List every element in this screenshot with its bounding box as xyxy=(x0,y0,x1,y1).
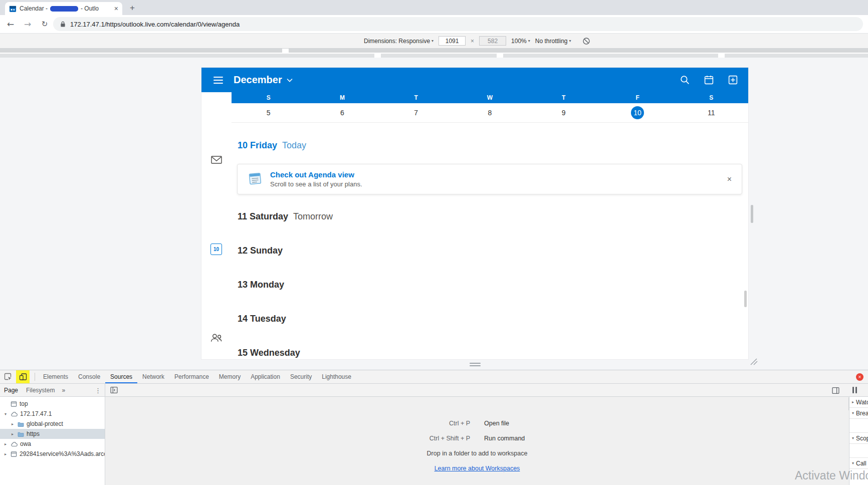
tree-item-folder[interactable]: ▸ global-protect xyxy=(0,419,105,429)
workspace-drop-hint: Drop in a folder to add to workspace xyxy=(106,450,848,457)
chevron-down-icon: ▾ xyxy=(431,39,433,43)
weekday-label: S xyxy=(675,92,748,103)
screen: Calendar - - Outlo × + ← → ↻ 172.17.47.1… xyxy=(0,0,868,485)
sources-editor-placeholder: Ctrl + P Open file Ctrl + Shift + P Run … xyxy=(106,397,848,485)
weekday-label: T xyxy=(527,92,600,103)
calendar-view-icon[interactable] xyxy=(704,75,714,85)
tab-title: Calendar - - Outlo xyxy=(20,5,111,12)
weekday-label: M xyxy=(305,92,379,103)
browser-tab-bar: Calendar - - Outlo × + xyxy=(0,0,868,15)
banner-subtitle: Scroll to see a list of your plans. xyxy=(270,180,362,188)
rotate-disabled-icon[interactable] xyxy=(582,37,590,45)
viewport-resize-handle[interactable] xyxy=(466,361,484,367)
back-button[interactable]: ← xyxy=(5,19,16,30)
divider xyxy=(35,373,35,381)
reload-button[interactable]: ↻ xyxy=(39,19,50,30)
chevron-down-icon: ▾ xyxy=(569,39,571,43)
device-toolbar-toggle-highlighted[interactable] xyxy=(16,370,30,383)
media-query-bar xyxy=(0,54,868,58)
agenda-promo-banner[interactable]: Check out Agenda view Scroll to see a li… xyxy=(237,164,742,194)
devtools-body: top ▾ 172.17.47.1 ▸ global-protect ▸ htt… xyxy=(0,397,868,485)
learn-more-link[interactable]: Learn more about Workspaces xyxy=(435,465,520,472)
tree-item-host[interactable]: ▾ 172.17.47.1 xyxy=(0,409,105,419)
sidebar-section-callstack[interactable]: ▾ Call St xyxy=(849,458,868,469)
devtools-tab-performance[interactable]: Performance xyxy=(169,370,214,383)
sidebar-section-watch[interactable]: ▸ Watch xyxy=(849,397,868,408)
tree-item-folder-selected[interactable]: ▸ https xyxy=(0,429,105,439)
new-event-icon[interactable] xyxy=(728,75,738,85)
date-cell[interactable]: 5 xyxy=(232,103,305,122)
month-label: December xyxy=(234,74,282,86)
agenda-day-heading: 13 Monday xyxy=(238,280,289,290)
toggle-navigator-icon[interactable] xyxy=(110,386,118,394)
date-cell-today[interactable]: 10 xyxy=(600,103,674,122)
devtools-tab-network[interactable]: Network xyxy=(137,370,169,383)
banner-title[interactable]: Check out Agenda view xyxy=(270,170,362,179)
agenda-day-heading: 14 Tuesday xyxy=(238,314,291,324)
banner-close-icon[interactable]: × xyxy=(727,175,732,183)
new-tab-button[interactable]: + xyxy=(127,3,137,13)
shortcut-row: Ctrl + Shift + P Run command xyxy=(106,435,848,442)
browser-tab[interactable]: Calendar - - Outlo × xyxy=(5,2,122,15)
chevron-down-icon: ▾ xyxy=(528,39,530,43)
workspaces-link-row: Learn more about Workspaces xyxy=(106,465,848,472)
people-icon[interactable] xyxy=(210,333,223,345)
tree-item-frame[interactable]: ▸ 292841service%3A%3Aads.arcct.r xyxy=(0,449,105,459)
devtools-tab-elements[interactable]: Elements xyxy=(38,370,73,383)
date-cell[interactable]: 7 xyxy=(379,103,453,122)
month-dropdown[interactable]: December xyxy=(234,74,293,86)
date-cell[interactable]: 6 xyxy=(305,103,379,122)
tree-item-top[interactable]: top xyxy=(0,399,105,409)
browser-toolbar: ← → ↻ 172.17.47.1/https/outlook.live.com… xyxy=(0,15,868,33)
toggle-debugger-sidebar-icon[interactable] xyxy=(832,387,839,394)
devtools-tab-lighthouse[interactable]: Lighthouse xyxy=(317,370,356,383)
navigator-tab-filesystem[interactable]: Filesystem xyxy=(22,384,59,397)
viewport-width-input[interactable] xyxy=(439,36,466,46)
calendar-date-icon[interactable]: 10 xyxy=(210,244,222,255)
tree-item-host[interactable]: ▸ owa xyxy=(0,439,105,449)
inspect-element-icon[interactable] xyxy=(4,373,12,381)
error-count-badge[interactable]: × xyxy=(856,373,863,381)
devtools-tab-console[interactable]: Console xyxy=(73,370,105,383)
agenda-day-heading: 11 SaturdayTomorrow xyxy=(238,211,333,222)
dimensions-dropdown[interactable]: Dimensions: Responsive ▾ xyxy=(364,38,433,45)
cloud-icon xyxy=(11,411,18,417)
viewport-corner-resize-handle[interactable] xyxy=(749,358,758,367)
forward-button[interactable]: → xyxy=(22,19,33,30)
pause-script-icon[interactable] xyxy=(852,387,858,393)
date-cell[interactable]: 11 xyxy=(675,103,748,122)
overflow-tabs-icon[interactable]: » xyxy=(59,387,68,394)
date-cell[interactable]: 8 xyxy=(453,103,527,122)
module-switcher-strip: 10 xyxy=(201,92,232,359)
calendar-favicon-icon xyxy=(9,5,17,13)
viewport-height-input[interactable] xyxy=(479,36,506,46)
throttling-dropdown[interactable]: No throttling ▾ xyxy=(535,38,571,45)
devtools-tab-sources[interactable]: Sources xyxy=(105,370,137,383)
hamburger-menu-icon[interactable] xyxy=(213,77,223,84)
devtools-tab-security[interactable]: Security xyxy=(285,370,317,383)
viewport-scrollbar-thumb[interactable] xyxy=(744,291,747,307)
emulated-viewport: December xyxy=(201,68,748,359)
devtools-tab-memory[interactable]: Memory xyxy=(214,370,246,383)
navigator-tab-page[interactable]: Page xyxy=(0,384,22,397)
zoom-dropdown[interactable]: 100% ▾ xyxy=(511,38,530,45)
cloud-icon xyxy=(11,441,18,447)
redaction-scribble xyxy=(50,6,78,12)
address-bar[interactable]: 172.17.47.1/https/outlook.live.com/calen… xyxy=(53,17,863,31)
tab-close-icon[interactable]: × xyxy=(114,5,118,12)
sidebar-section-body xyxy=(849,444,868,458)
sidebar-section-scope[interactable]: ▾ Scope xyxy=(849,433,868,444)
lock-icon xyxy=(60,21,66,28)
date-cell[interactable]: 9 xyxy=(527,103,600,122)
activate-windows-watermark: Activate Window xyxy=(795,469,868,482)
more-options-icon[interactable]: ⋮ xyxy=(91,387,105,394)
sidebar-section-breakpoints[interactable]: ▾ Breakp xyxy=(849,408,868,419)
search-icon[interactable] xyxy=(680,75,690,85)
devtools-tab-application[interactable]: Application xyxy=(246,370,285,383)
mail-icon[interactable] xyxy=(211,155,222,166)
sources-navigator-tree: top ▾ 172.17.47.1 ▸ global-protect ▸ htt… xyxy=(0,397,105,485)
folder-icon xyxy=(18,421,24,427)
page-scrollbar-thumb[interactable] xyxy=(751,205,753,223)
agenda-today-heading: 10 FridayToday xyxy=(238,140,306,151)
agenda-day-heading: 15 Wednesday xyxy=(238,348,305,358)
